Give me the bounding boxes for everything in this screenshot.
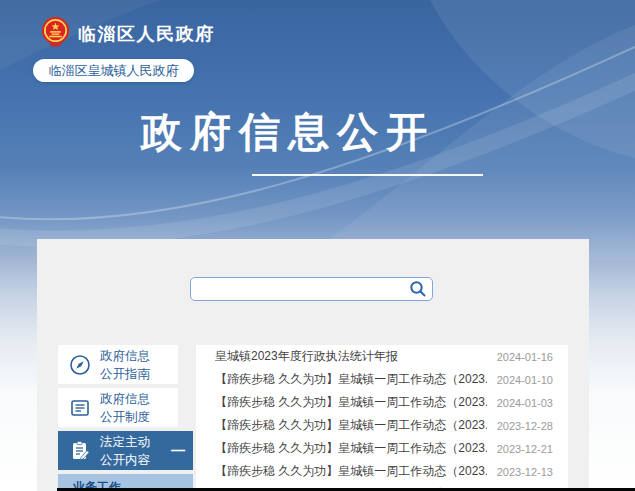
page-title: 政府信息公开 <box>141 108 435 156</box>
article-title: 【蹄疾步稳 久久为功】皇城镇一周工作动态（2023.12.25-2023.12.… <box>215 394 487 411</box>
article-title: 【蹄疾步稳 久久为功】皇城镇一周工作动态（2023.12.4-2023.12.1… <box>215 463 487 480</box>
list-item[interactable]: 皇城镇2023年度行政执法统计年报 2024-01-16 <box>196 345 568 368</box>
list-item[interactable]: 【蹄疾步稳 久久为功】皇城镇一周工作动态（2023.01.01-2023.01.… <box>196 368 568 391</box>
search-icon <box>409 280 427 298</box>
list-item[interactable]: 【蹄疾步稳 久久为功】皇城镇一周工作动态（2023.12.25-2023.12.… <box>196 391 568 414</box>
page-background: 临淄区人民政府 临淄区皇城镇人民政府 政府信息公开 政府信息 公开指南 <box>0 0 635 491</box>
clipboard-pen-icon <box>68 439 92 463</box>
article-date: 2024-01-16 <box>497 351 553 363</box>
list-item[interactable]: 【蹄疾步稳 久久为功】皇城镇一周工作动态（2023.12.11-2023.12.… <box>196 437 568 460</box>
list-item[interactable]: 【蹄疾步稳 久久为功】皇城镇一周工作动态（2023.12.18-2023.12.… <box>196 414 568 437</box>
sidebar-item-gov-info-system[interactable]: 政府信息 公开制度 <box>58 388 178 427</box>
national-emblem-icon <box>40 16 71 47</box>
article-title: 【蹄疾步稳 久久为功】皇城镇一周工作动态（2023.12.11-2023.12.… <box>215 440 487 457</box>
search-input[interactable] <box>191 278 432 300</box>
article-title: 【蹄疾步稳 久久为功】皇城镇一周工作动态（2023.12.18-2023.12.… <box>215 417 487 434</box>
sidebar-item-statutory-disclosure[interactable]: 法定主动 公开内容 — <box>58 431 193 470</box>
article-title: 皇城镇2023年度行政执法统计年报 <box>215 348 398 365</box>
site-name[interactable]: 临淄区人民政府 <box>78 22 215 46</box>
sidebar-item-label: 政府信息 公开指南 <box>100 347 150 383</box>
sidebar-item-label: 政府信息 公开制度 <box>100 390 150 426</box>
collapse-minus-indicator[interactable]: — <box>171 442 185 458</box>
list-item[interactable]: 【蹄疾步稳 久久为功】皇城镇一周工作动态（2023.12.4-2023.12.1… <box>196 460 568 483</box>
sub-site-tab-label: 临淄区皇城镇人民政府 <box>49 62 179 80</box>
sidebar: 政府信息 公开指南 政府信息 公开制度 <box>58 345 193 491</box>
article-date: 2023-12-21 <box>497 443 553 455</box>
search-box <box>190 277 433 301</box>
sidebar-item-label: 法定主动 公开内容 <box>100 433 150 469</box>
article-date: 2023-12-28 <box>497 420 553 432</box>
article-list: 皇城镇2023年度行政执法统计年报 2024-01-16 【蹄疾步稳 久久为功】… <box>196 345 568 491</box>
document-icon <box>68 396 92 420</box>
search-button[interactable] <box>407 279 429 299</box>
compass-icon <box>68 353 92 377</box>
article-date: 2024-01-10 <box>497 374 553 386</box>
sub-site-tab[interactable]: 临淄区皇城镇人民政府 <box>33 59 194 82</box>
sidebar-item-gov-info-guide[interactable]: 政府信息 公开指南 <box>58 345 178 384</box>
article-date: 2024-01-03 <box>497 397 553 409</box>
title-underline <box>252 174 483 176</box>
article-date: 2023-12-13 <box>497 466 553 478</box>
article-title: 【蹄疾步稳 久久为功】皇城镇一周工作动态（2023.01.01-2023.01.… <box>215 371 487 388</box>
